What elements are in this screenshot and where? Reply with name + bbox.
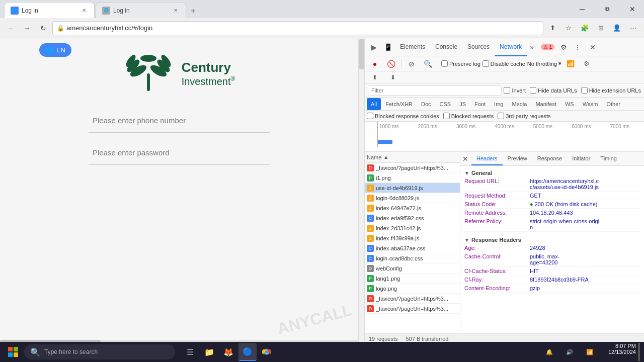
volume-icon[interactable]: 🔊 — [560, 343, 579, 361]
show-desktop-btn[interactable] — [638, 343, 640, 361]
new-tab-button[interactable]: + — [186, 4, 200, 18]
type-js[interactable]: JS — [455, 98, 470, 110]
page-scrollbar[interactable] — [358, 38, 364, 344]
blocked-requests-label[interactable]: Blocked requests — [443, 113, 494, 119]
hide-data-urls-checkbox[interactable] — [530, 87, 536, 94]
type-font[interactable]: Font — [470, 98, 490, 110]
third-party-label[interactable]: 3rd-party requests — [498, 113, 550, 119]
password-input[interactable] — [89, 141, 270, 165]
blocked-cookies-checkbox[interactable] — [367, 113, 373, 119]
extensions-icon[interactable]: 🧩 — [578, 21, 592, 35]
hide-ext-urls-checkbox[interactable] — [581, 87, 588, 94]
type-other[interactable]: Other — [602, 98, 624, 110]
blocked-cookies-label[interactable]: Blocked response cookies — [367, 113, 439, 119]
tab-2-close[interactable]: ✕ — [172, 7, 180, 15]
dp-tab-response[interactable]: Response — [532, 152, 568, 165]
table-row[interactable]: D _favicon/?pageUrl=https%3... — [365, 304, 460, 314]
type-doc[interactable]: Doc — [417, 98, 435, 110]
task-view-btn[interactable]: ☰ — [181, 343, 199, 361]
tab-network[interactable]: Network — [495, 38, 527, 56]
star-icon[interactable]: ☆ — [561, 21, 576, 35]
type-css[interactable]: CSS — [436, 98, 455, 110]
table-row[interactable]: D _favicon/?pageUrl=https%3... — [365, 294, 460, 304]
type-manifest[interactable]: Manifest — [531, 98, 560, 110]
type-fetch-xhr[interactable]: Fetch/XHR — [381, 98, 417, 110]
chrome-btn[interactable] — [258, 343, 276, 361]
maximize-btn[interactable]: ⧉ — [596, 0, 619, 18]
edge-btn[interactable]: 🔵 — [238, 343, 257, 361]
general-section-header[interactable]: ▼ General — [464, 169, 640, 177]
tab-console[interactable]: Console — [430, 38, 462, 56]
translate-button[interactable]: 🌐 EN — [39, 43, 71, 57]
search-btn[interactable]: 🔍 — [421, 57, 435, 71]
dp-tab-headers[interactable]: Headers — [471, 152, 503, 165]
wifi-btn[interactable]: 📶 — [564, 57, 578, 71]
disable-cache-checkbox[interactable] — [482, 60, 489, 67]
table-row[interactable]: J use-id-de4b6919.js — [365, 183, 460, 193]
invert-label[interactable]: Invert — [504, 87, 526, 94]
tab-elements[interactable]: Elements — [395, 38, 430, 56]
phone-input[interactable] — [89, 109, 270, 133]
invert-checkbox[interactable] — [504, 87, 510, 94]
split-icon[interactable]: ⊞ — [594, 21, 608, 35]
dp-tab-preview[interactable]: Preview — [503, 152, 532, 165]
disable-cache-label[interactable]: Disable cache — [482, 60, 525, 67]
filter-input[interactable] — [368, 85, 502, 96]
preserve-log-label[interactable]: Preserve log — [441, 60, 480, 67]
table-row[interactable]: J index-f439c99a.js — [365, 233, 460, 243]
table-row[interactable]: C index-eda9f592.css — [365, 213, 460, 223]
table-row[interactable]: D webConfig — [365, 263, 460, 274]
hide-ext-urls-label[interactable]: Hide extension URLs — [581, 87, 641, 94]
table-row[interactable]: J login-0dc88029.js — [365, 193, 460, 203]
table-row[interactable]: C index-aba637ae.css — [365, 243, 460, 253]
tab-sources[interactable]: Sources — [462, 38, 495, 56]
dp-tab-timing[interactable]: Timing — [595, 152, 622, 165]
type-img[interactable]: Img — [490, 98, 507, 110]
type-media[interactable]: Media — [508, 98, 531, 110]
details-close-btn[interactable]: ✕ — [462, 155, 468, 163]
back-btn[interactable]: ← — [4, 21, 18, 35]
table-row[interactable]: P logo.png — [365, 284, 460, 294]
devtools-close-btn[interactable]: ✕ — [586, 40, 600, 54]
device-toolbar-btn[interactable]: 📱 — [381, 40, 395, 54]
network-table[interactable]: D _favicon/?pageUrl=https%3... P i1.png … — [365, 163, 460, 333]
address-input[interactable]: 🔒 americancenturyhxl.cc/#/login — [52, 21, 543, 35]
forward-btn[interactable]: → — [20, 21, 34, 35]
blocked-requests-checkbox[interactable] — [443, 113, 450, 119]
hide-data-urls-label[interactable]: Hide data URLs — [530, 87, 577, 94]
third-party-checkbox[interactable] — [498, 113, 504, 119]
tab-2[interactable]: 🌐 Log in ✕ — [96, 2, 186, 18]
upload-btn[interactable]: ⬆ — [368, 70, 382, 84]
taskbar-search[interactable]: 🔍 Type here to search — [24, 344, 175, 359]
more-tabs-btn[interactable]: » — [527, 43, 537, 51]
table-row[interactable]: P i1.png — [365, 173, 460, 183]
tab-1-close[interactable]: ✕ — [80, 7, 88, 15]
throttle-settings-btn[interactable]: ⚙ — [580, 57, 594, 71]
inspect-element-btn[interactable]: ▶ — [367, 40, 381, 54]
type-wasm[interactable]: Wasm — [579, 98, 602, 110]
tab-1[interactable]: 🌐 Log in ✕ — [4, 2, 95, 18]
table-row[interactable]: J index-2d331c42.js — [365, 223, 460, 233]
download-btn[interactable]: ⬇ — [386, 70, 400, 84]
clear-btn[interactable]: 🚫 — [384, 57, 398, 71]
table-row[interactable]: C login-ccad8dbc.css — [365, 253, 460, 263]
menu-icon[interactable]: ⋯ — [626, 21, 640, 35]
start-button[interactable] — [4, 343, 22, 361]
table-row[interactable]: P lang1.png — [365, 274, 460, 284]
reload-btn[interactable]: ↻ — [36, 21, 50, 35]
devtools-more-btn[interactable]: ⋮ — [571, 40, 585, 54]
table-row[interactable]: D _favicon/?pageUrl=https%3... — [365, 163, 460, 173]
page-scrollbar-thumb[interactable] — [359, 39, 364, 69]
network-icon[interactable]: 📶 — [581, 343, 599, 361]
response-headers-header[interactable]: ▼ Response Headers — [464, 236, 640, 244]
preserve-log-checkbox[interactable] — [441, 60, 448, 67]
devtools-settings-btn[interactable]: ⚙ — [556, 40, 571, 54]
notification-icon[interactable]: 🔔 — [540, 343, 558, 361]
filter-btn[interactable]: ⊘ — [405, 57, 419, 71]
record-btn[interactable]: ● — [368, 57, 382, 71]
table-row[interactable]: J index-64947e72.js — [365, 203, 460, 213]
dp-tab-initiator[interactable]: Initiator — [567, 152, 595, 165]
close-btn[interactable]: ✕ — [621, 0, 644, 18]
profile-icon[interactable]: 👤 — [610, 21, 624, 35]
file-explorer-btn[interactable]: 📁 — [200, 343, 218, 361]
